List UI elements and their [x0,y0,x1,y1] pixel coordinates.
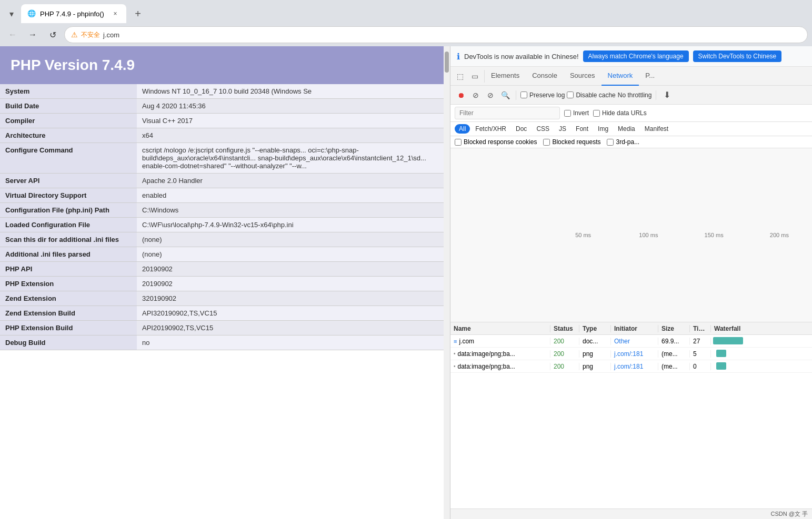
type-filter-btn[interactable]: JS [555,124,570,134]
timeline-label: 100 ms [616,232,681,238]
hide-data-urls-checkbox[interactable]: Hide data URLs [593,109,647,117]
row-type: png [579,350,611,358]
header-waterfall[interactable]: Waterfall [711,325,812,332]
type-filter-btn[interactable]: Manifest [640,124,673,134]
blocked-requests-checkbox[interactable]: Blocked requests [543,138,600,146]
record-btn[interactable]: ⏺ [455,89,467,101]
row-time: 5 [690,350,711,358]
row-key: PHP Extension Build [0,321,137,335]
tab-more[interactable]: P... [639,67,661,86]
table-row: SystemWindows NT 10_0_16_7 10.0 build 20… [0,84,444,99]
row-key: Additional .ini files parsed [0,247,137,262]
tab-close-btn[interactable]: × [111,9,120,18]
network-table-headers: Name Status Type Initiator Size Time Wat… [450,322,812,335]
table-row: Architecturex64 [0,128,444,143]
type-filter-btn[interactable]: Font [572,124,593,134]
header-name[interactable]: Name [450,325,550,332]
match-language-btn[interactable]: Always match Chrome's language [583,50,689,62]
row-time: 0 [690,363,711,370]
type-filter-btn[interactable]: Doc [512,124,531,134]
filter-btn[interactable]: ⊘ [484,89,497,101]
row-value: Apache 2.0 Handler [137,174,444,188]
row-value: Aug 4 2020 11:45:36 [137,99,444,114]
network-toolbar: ⏺ ⊘ ⊘ 🔍 Preserve log Disable cache No th… [450,86,812,105]
network-row[interactable]: •data:image/png;ba... 200 png j.com/:181… [450,348,812,360]
row-value: (none) [137,247,444,262]
header-time[interactable]: Time [690,325,711,332]
device-icon[interactable]: ▭ [468,70,481,83]
table-row: PHP Extension BuildAPI20190902,TS,VC15 [0,321,444,335]
tab-elements[interactable]: Elements [485,67,526,86]
row-key: Server API [0,174,137,188]
row-value: no [137,335,444,350]
row-value: 20190902 [137,277,444,291]
network-type-filters: AllFetch/XHRDocCSSJSFontImgMediaManifest [450,122,812,136]
download-btn[interactable]: ⬇ [660,89,673,101]
row-value: x64 [137,128,444,143]
row-value: Windows NT 10_0_16_7 10.0 build 20348 (W… [137,84,444,99]
row-value: API320190902,TS,VC15 [137,306,444,321]
network-filter-bar: Invert Hide data URLs [450,105,812,122]
no-throttle-label: No throttling [618,91,652,99]
row-key: Compiler [0,114,137,128]
disable-cache-checkbox[interactable]: Disable cache [567,91,615,99]
header-type[interactable]: Type [579,325,611,332]
php-info-page: PHP Version 7.4.9 SystemWindows NT 10_0_… [0,46,444,519]
table-row: Build DateAug 4 2020 11:45:36 [0,99,444,114]
third-party-checkbox[interactable]: 3rd-pa... [607,138,639,146]
row-key: Zend Extension Build [0,306,137,321]
tab-favicon: 🌐 [27,9,36,18]
php-version-title: PHP Version 7.4.9 [11,57,433,74]
header-status[interactable]: Status [550,325,579,332]
type-filter-btn[interactable]: CSS [532,124,554,134]
header-size[interactable]: Size [658,325,690,332]
row-initiator: j.com/:181 [611,363,658,370]
search-btn[interactable]: 🔍 [499,89,512,101]
back-btn[interactable]: ← [4,26,21,43]
address-bar[interactable]: ⚠ 不安全 j.com [64,26,808,43]
row-key: Configuration File (php.ini) Path [0,203,137,218]
timeline-label: 200 ms [747,232,812,238]
row-value: cscript /nologo /e:jscript configure.js … [137,143,444,174]
forward-btn[interactable]: → [24,26,41,43]
blocked-cookies-checkbox[interactable]: Blocked response cookies [455,138,537,146]
tab-console[interactable]: Console [526,67,564,86]
type-filter-btn[interactable]: Fetch/XHR [471,124,510,134]
row-value: API20190902,TS,VC15 [137,321,444,335]
network-row[interactable]: •data:image/png;ba... 200 png j.com/:181… [450,360,812,373]
row-key: Virtual Directory Support [0,188,137,203]
waterfall-bar [713,337,744,344]
type-filter-btn[interactable]: All [455,124,470,134]
tab-sources[interactable]: Sources [564,67,602,86]
row-value: C:\WF\usr\local\php-7.4.9-Win32-vc15-x64… [137,218,444,232]
doc-icon: ≡ [454,338,457,344]
scroll-thumb[interactable] [445,52,449,73]
row-value: C:\Windows [137,203,444,218]
type-filter-btn[interactable]: Media [614,124,639,134]
type-filter-btn[interactable]: Img [594,124,613,134]
preserve-log-checkbox[interactable]: Preserve log [520,91,565,99]
table-row: Debug Buildno [0,335,444,350]
row-status: 200 [550,350,579,358]
waterfall-bar [716,362,726,370]
row-key: System [0,84,137,99]
header-initiator[interactable]: Initiator [611,325,658,332]
table-row: Additional .ini files parsed(none) [0,247,444,262]
switch-chinese-btn[interactable]: Switch DevTools to Chinese [693,50,782,62]
network-row[interactable]: ≡j.com 200 doc... Other 69.9... 27 [450,335,812,348]
invert-checkbox[interactable]: Invert [564,109,589,117]
tab-network[interactable]: Network [602,67,639,86]
inspect-icon[interactable]: ⬚ [454,70,466,83]
filter-input[interactable] [455,107,560,119]
table-row: Server APIApache 2.0 Handler [0,174,444,188]
clear-btn[interactable]: ⊘ [469,89,482,101]
tab-dropdown-btn[interactable]: ▾ [4,6,19,21]
browser-toolbar: ← → ↺ ⚠ 不安全 j.com [0,23,812,46]
devtools-tabs: ⬚ ▭ Elements Console Sources Network P..… [450,67,812,86]
new-tab-btn[interactable]: + [131,6,145,21]
devtools-bottom-bar: CSDN @文 手 [450,508,812,519]
table-row: Loaded Configuration FileC:\WF\usr\local… [0,218,444,232]
refresh-btn[interactable]: ↺ [44,26,61,43]
page-scrollbar[interactable] [444,46,450,519]
row-value: (none) [137,232,444,247]
